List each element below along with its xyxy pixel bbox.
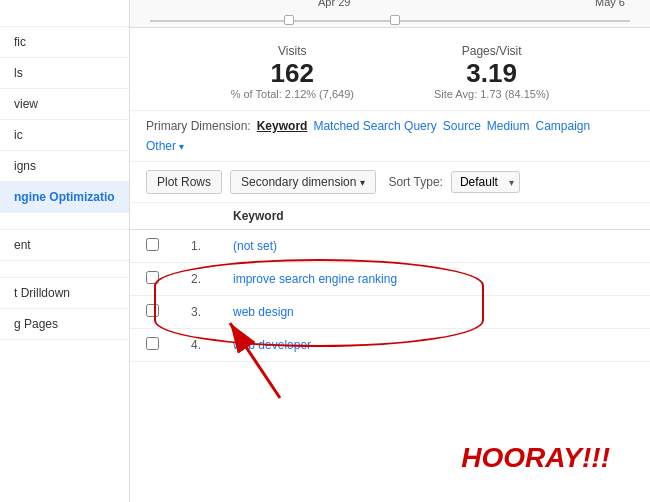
sidebar-item-empty[interactable] — [0, 213, 129, 230]
dimension-other[interactable]: Other — [146, 139, 184, 153]
sidebar-item-view[interactable]: view — [0, 89, 129, 120]
stat-pages-sub: Site Avg: 1.73 (84.15%) — [434, 88, 549, 100]
stat-pages-value: 3.19 — [434, 60, 549, 86]
table-row: 1. (not set) — [130, 230, 650, 263]
sidebar-item-0[interactable] — [0, 10, 129, 27]
dimension-keyword[interactable]: Keyword — [257, 119, 308, 133]
dimension-matched-query[interactable]: Matched Search Query — [313, 119, 436, 133]
sidebar-item-ent[interactable]: ent — [0, 230, 129, 261]
sidebar-item-igns[interactable]: igns — [0, 151, 129, 182]
row4-checkbox-cell — [130, 329, 175, 362]
dimension-row: Primary Dimension: Keyword Matched Searc… — [130, 111, 650, 162]
timeline: Apr 29 May 6 — [130, 0, 650, 28]
svg-line-1 — [230, 323, 280, 398]
dimension-prefix-label: Primary Dimension: — [146, 119, 251, 133]
dimension-medium[interactable]: Medium — [487, 119, 530, 133]
sidebar-item-seo[interactable]: ngine Optimizatio — [0, 182, 129, 213]
table-header-checkbox — [130, 203, 175, 230]
hooray-annotation: HOORAY!!! — [461, 442, 610, 474]
row4-checkbox[interactable] — [146, 337, 159, 350]
table-header-keyword: Keyword — [217, 203, 650, 230]
sidebar: fic ls view ic igns ngine Optimizatio en… — [0, 0, 130, 502]
sidebar-item-ic[interactable]: ic — [0, 120, 129, 151]
secondary-dimension-button[interactable]: Secondary dimension — [230, 170, 376, 194]
sort-select-wrapper[interactable]: Default — [451, 171, 520, 193]
sort-type-label: Sort Type: — [388, 175, 442, 189]
sidebar-item-fic[interactable]: fic — [0, 27, 129, 58]
dimension-source[interactable]: Source — [443, 119, 481, 133]
stat-visits: Visits 162 % of Total: 2.12% (7,649) — [231, 44, 354, 100]
main-content: Apr 29 May 6 Visits 162 % of Total: 2.12… — [130, 0, 650, 502]
stat-pages-label: Pages/Visit — [434, 44, 549, 58]
sidebar-item-empty2[interactable] — [0, 261, 129, 278]
sort-select[interactable]: Default — [451, 171, 520, 193]
row1-keyword: (not set) — [217, 230, 650, 263]
stat-pages: Pages/Visit 3.19 Site Avg: 1.73 (84.15%) — [434, 44, 549, 100]
row1-keyword-link[interactable]: (not set) — [233, 239, 277, 253]
stat-visits-label: Visits — [231, 44, 354, 58]
stats-row: Visits 162 % of Total: 2.12% (7,649) Pag… — [130, 28, 650, 111]
dimension-campaign[interactable]: Campaign — [536, 119, 591, 133]
row1-checkbox-cell — [130, 230, 175, 263]
stat-visits-sub: % of Total: 2.12% (7,649) — [231, 88, 354, 100]
table-header-num — [175, 203, 217, 230]
annotation-arrow — [210, 303, 330, 403]
row1-checkbox[interactable] — [146, 238, 159, 251]
sidebar-item-ls[interactable]: ls — [0, 58, 129, 89]
toolbar-row: Plot Rows Secondary dimension Sort Type:… — [130, 162, 650, 203]
table-area: Keyword 1. (not set) 2. improve search e… — [130, 203, 650, 502]
row1-num: 1. — [175, 230, 217, 263]
stat-visits-value: 162 — [231, 60, 354, 86]
sidebar-item-drilldown[interactable]: t Drilldown — [0, 278, 129, 309]
plot-rows-button[interactable]: Plot Rows — [146, 170, 222, 194]
sidebar-item-pages[interactable]: g Pages — [0, 309, 129, 340]
timeline-label-left: Apr 29 — [318, 0, 350, 8]
timeline-label-right: May 6 — [595, 0, 625, 8]
